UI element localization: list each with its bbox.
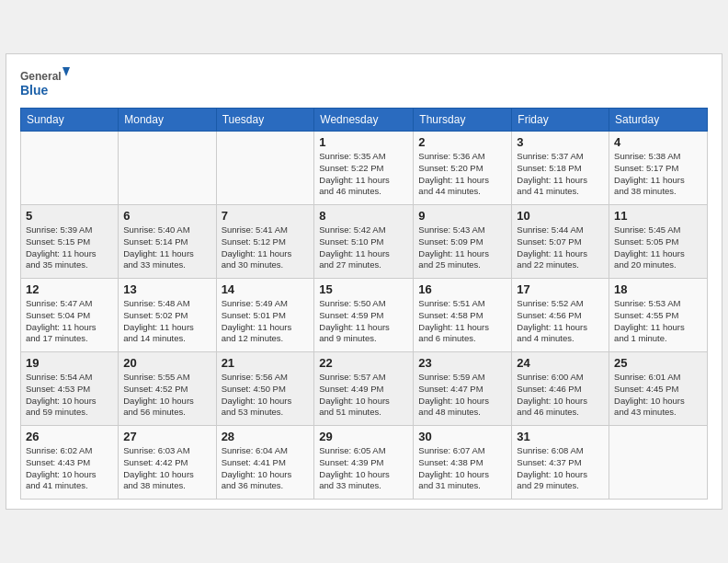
weekday-header-row: SundayMondayTuesdayWednesdayThursdayFrid… xyxy=(21,109,708,132)
day-info: Sunrise: 5:35 AMSunset: 5:22 PMDaylight:… xyxy=(319,151,408,198)
calendar-day-cell xyxy=(216,132,314,205)
calendar-day-cell: 28Sunrise: 6:04 AMSunset: 4:41 PMDayligh… xyxy=(216,426,314,500)
day-info: Sunrise: 5:54 AMSunset: 4:53 PMDaylight:… xyxy=(26,372,113,419)
calendar-header: General Blue xyxy=(20,63,708,100)
day-info: Sunrise: 6:03 AMSunset: 4:42 PMDaylight:… xyxy=(123,445,210,492)
calendar-week-row: 5Sunrise: 5:39 AMSunset: 5:15 PMDaylight… xyxy=(21,205,708,279)
day-number: 27 xyxy=(123,430,210,443)
day-info: Sunrise: 5:36 AMSunset: 5:20 PMDaylight:… xyxy=(418,151,506,198)
day-info: Sunrise: 5:37 AMSunset: 5:18 PMDaylight:… xyxy=(517,151,604,198)
svg-marker-2 xyxy=(63,67,70,76)
day-number: 23 xyxy=(418,356,506,370)
day-info: Sunrise: 5:55 AMSunset: 4:52 PMDaylight:… xyxy=(123,372,210,419)
day-number: 22 xyxy=(319,356,408,370)
calendar-day-cell: 6Sunrise: 5:40 AMSunset: 5:14 PMDaylight… xyxy=(119,205,216,279)
calendar-day-cell: 25Sunrise: 6:01 AMSunset: 4:45 PMDayligh… xyxy=(609,352,708,426)
calendar-day-cell: 18Sunrise: 5:53 AMSunset: 4:55 PMDayligh… xyxy=(609,279,708,352)
day-info: Sunrise: 5:47 AMSunset: 5:04 PMDaylight:… xyxy=(26,298,113,345)
calendar-day-cell: 20Sunrise: 5:55 AMSunset: 4:52 PMDayligh… xyxy=(119,352,216,426)
day-number: 15 xyxy=(319,282,408,296)
day-number: 10 xyxy=(517,209,604,223)
calendar-week-row: 19Sunrise: 5:54 AMSunset: 4:53 PMDayligh… xyxy=(21,352,708,426)
day-info: Sunrise: 6:07 AMSunset: 4:38 PMDaylight:… xyxy=(418,445,506,492)
calendar-day-cell: 10Sunrise: 5:44 AMSunset: 5:07 PMDayligh… xyxy=(512,205,609,279)
weekday-label: Thursday xyxy=(414,109,512,132)
calendar-day-cell: 8Sunrise: 5:42 AMSunset: 5:10 PMDaylight… xyxy=(314,205,414,279)
day-number: 20 xyxy=(123,356,210,370)
day-number: 5 xyxy=(26,209,113,223)
logo-svg: General Blue xyxy=(20,63,71,100)
day-number: 31 xyxy=(517,430,604,443)
day-number: 14 xyxy=(222,282,310,296)
day-info: Sunrise: 5:49 AMSunset: 5:01 PMDaylight:… xyxy=(222,298,310,345)
day-info: Sunrise: 5:43 AMSunset: 5:09 PMDaylight:… xyxy=(418,224,506,271)
calendar-day-cell: 26Sunrise: 6:02 AMSunset: 4:43 PMDayligh… xyxy=(21,426,119,500)
calendar-day-cell: 27Sunrise: 6:03 AMSunset: 4:42 PMDayligh… xyxy=(119,426,216,500)
calendar-day-cell: 17Sunrise: 5:52 AMSunset: 4:56 PMDayligh… xyxy=(512,279,609,352)
day-info: Sunrise: 6:08 AMSunset: 4:37 PMDaylight:… xyxy=(517,445,604,492)
day-number: 7 xyxy=(222,209,310,223)
calendar-day-cell: 14Sunrise: 5:49 AMSunset: 5:01 PMDayligh… xyxy=(216,279,314,352)
day-number: 13 xyxy=(123,282,210,296)
calendar-grid: SundayMondayTuesdayWednesdayThursdayFrid… xyxy=(20,108,708,500)
day-number: 16 xyxy=(418,282,506,296)
day-number: 11 xyxy=(614,209,702,223)
day-number: 30 xyxy=(418,430,506,443)
calendar-day-cell: 24Sunrise: 6:00 AMSunset: 4:46 PMDayligh… xyxy=(512,352,609,426)
day-number: 9 xyxy=(418,209,506,223)
day-info: Sunrise: 5:41 AMSunset: 5:12 PMDaylight:… xyxy=(222,224,310,271)
day-number: 29 xyxy=(319,430,408,443)
day-number: 8 xyxy=(319,209,408,223)
calendar-day-cell: 4Sunrise: 5:38 AMSunset: 5:17 PMDaylight… xyxy=(609,132,708,205)
day-number: 12 xyxy=(26,282,113,296)
day-info: Sunrise: 5:40 AMSunset: 5:14 PMDaylight:… xyxy=(123,224,210,271)
calendar-week-row: 1Sunrise: 5:35 AMSunset: 5:22 PMDaylight… xyxy=(21,132,708,205)
day-info: Sunrise: 6:01 AMSunset: 4:45 PMDaylight:… xyxy=(614,372,702,419)
weekday-label: Friday xyxy=(512,109,609,132)
calendar-day-cell xyxy=(21,132,119,205)
day-info: Sunrise: 6:00 AMSunset: 4:46 PMDaylight:… xyxy=(517,372,604,419)
calendar-day-cell: 9Sunrise: 5:43 AMSunset: 5:09 PMDaylight… xyxy=(414,205,512,279)
calendar-day-cell xyxy=(609,426,708,500)
calendar-day-cell: 16Sunrise: 5:51 AMSunset: 4:58 PMDayligh… xyxy=(414,279,512,352)
calendar-week-row: 26Sunrise: 6:02 AMSunset: 4:43 PMDayligh… xyxy=(21,426,708,500)
day-number: 21 xyxy=(222,356,310,370)
calendar-day-cell: 3Sunrise: 5:37 AMSunset: 5:18 PMDaylight… xyxy=(512,132,609,205)
calendar-day-cell: 12Sunrise: 5:47 AMSunset: 5:04 PMDayligh… xyxy=(21,279,119,352)
day-info: Sunrise: 5:59 AMSunset: 4:47 PMDaylight:… xyxy=(418,372,506,419)
day-info: Sunrise: 5:53 AMSunset: 4:55 PMDaylight:… xyxy=(614,298,702,345)
calendar-day-cell: 1Sunrise: 5:35 AMSunset: 5:22 PMDaylight… xyxy=(314,132,414,205)
day-number: 26 xyxy=(26,430,113,443)
calendar-day-cell: 5Sunrise: 5:39 AMSunset: 5:15 PMDaylight… xyxy=(21,205,119,279)
day-number: 18 xyxy=(614,282,702,296)
weekday-label: Monday xyxy=(119,109,216,132)
calendar-day-cell: 29Sunrise: 6:05 AMSunset: 4:39 PMDayligh… xyxy=(314,426,414,500)
calendar-day-cell: 13Sunrise: 5:48 AMSunset: 5:02 PMDayligh… xyxy=(119,279,216,352)
calendar-day-cell: 30Sunrise: 6:07 AMSunset: 4:38 PMDayligh… xyxy=(414,426,512,500)
day-number: 6 xyxy=(123,209,210,223)
calendar-day-cell xyxy=(119,132,216,205)
weekday-label: Tuesday xyxy=(216,109,314,132)
calendar-day-cell: 19Sunrise: 5:54 AMSunset: 4:53 PMDayligh… xyxy=(21,352,119,426)
day-info: Sunrise: 5:38 AMSunset: 5:17 PMDaylight:… xyxy=(614,151,702,198)
day-info: Sunrise: 6:04 AMSunset: 4:41 PMDaylight:… xyxy=(222,445,310,492)
day-info: Sunrise: 5:44 AMSunset: 5:07 PMDaylight:… xyxy=(517,224,604,271)
day-info: Sunrise: 5:52 AMSunset: 4:56 PMDaylight:… xyxy=(517,298,604,345)
day-info: Sunrise: 5:57 AMSunset: 4:49 PMDaylight:… xyxy=(319,372,408,419)
weekday-label: Sunday xyxy=(21,109,119,132)
calendar-day-cell: 22Sunrise: 5:57 AMSunset: 4:49 PMDayligh… xyxy=(314,352,414,426)
calendar-body: 1Sunrise: 5:35 AMSunset: 5:22 PMDaylight… xyxy=(21,132,708,500)
calendar-week-row: 12Sunrise: 5:47 AMSunset: 5:04 PMDayligh… xyxy=(21,279,708,352)
svg-text:Blue: Blue xyxy=(20,83,49,98)
day-number: 28 xyxy=(222,430,310,443)
calendar-day-cell: 23Sunrise: 5:59 AMSunset: 4:47 PMDayligh… xyxy=(414,352,512,426)
weekday-label: Wednesday xyxy=(314,109,414,132)
day-number: 24 xyxy=(517,356,604,370)
day-number: 17 xyxy=(517,282,604,296)
day-number: 4 xyxy=(614,135,702,149)
calendar-day-cell: 21Sunrise: 5:56 AMSunset: 4:50 PMDayligh… xyxy=(216,352,314,426)
calendar-day-cell: 2Sunrise: 5:36 AMSunset: 5:20 PMDaylight… xyxy=(414,132,512,205)
day-info: Sunrise: 6:02 AMSunset: 4:43 PMDaylight:… xyxy=(26,445,113,492)
day-info: Sunrise: 5:50 AMSunset: 4:59 PMDaylight:… xyxy=(319,298,408,345)
svg-text:General: General xyxy=(20,70,62,83)
